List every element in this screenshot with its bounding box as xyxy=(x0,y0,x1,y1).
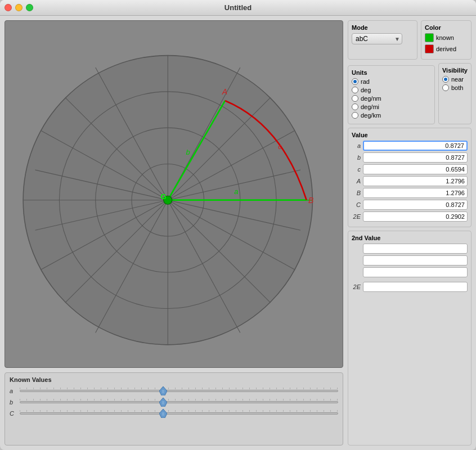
value-title: Value xyxy=(352,132,468,138)
unit-degmi-row: deg/mi xyxy=(352,104,431,110)
known-values-title: Known Values xyxy=(10,376,338,383)
titlebar: Untitled xyxy=(0,0,476,16)
unit-rad-label: rad xyxy=(361,78,370,85)
derived-color-swatch xyxy=(425,44,434,53)
maximize-button[interactable] xyxy=(26,4,33,11)
second-value-2E-row: 2E xyxy=(352,282,468,292)
slider-a-label: a xyxy=(10,388,16,394)
color-panel: Color known derived xyxy=(421,20,471,60)
second-value-input-3[interactable] xyxy=(363,267,468,277)
slider-row-a: a for(let i=0;i<40;i++){ // drawn below … xyxy=(10,386,338,395)
unit-degmi-label: deg/mi xyxy=(361,104,379,110)
unit-degnm-row: deg/nm xyxy=(352,95,431,102)
mode-section: Mode abC abA aBC ▼ xyxy=(348,20,417,60)
slider-C-label: C xyxy=(10,410,16,417)
unit-deg-label: deg xyxy=(361,87,371,93)
unit-rad-radio[interactable] xyxy=(352,78,358,85)
mode-select-wrapper[interactable]: abC abA aBC ▼ xyxy=(352,33,402,44)
second-value-input-2[interactable] xyxy=(363,255,468,266)
slider-C-track[interactable] xyxy=(20,409,338,418)
visibility-panel: Visibility near both xyxy=(438,63,471,124)
second-value-input-2E[interactable] xyxy=(363,282,468,292)
value-label-C: C xyxy=(352,201,361,208)
value-row-B: B xyxy=(352,188,468,198)
known-color-label: known xyxy=(436,34,454,41)
svg-text:B: B xyxy=(308,196,313,205)
value-label-c: c xyxy=(352,166,361,173)
slider-b-thumb[interactable] xyxy=(159,398,167,407)
unit-deg-radio[interactable] xyxy=(352,87,358,93)
value-label-b: b xyxy=(352,154,361,161)
svg-text:c: c xyxy=(278,142,282,151)
slider-row-C: C xyxy=(10,409,338,418)
second-value-title: 2nd Value xyxy=(352,235,468,241)
known-values-panel: Known Values a for(let i=0;i<40;i++){ //… xyxy=(5,372,343,446)
value-input-c[interactable] xyxy=(363,164,468,174)
value-input-C[interactable] xyxy=(363,200,468,210)
svg-text:A: A xyxy=(222,87,227,96)
visibility-both-row: both xyxy=(442,84,468,91)
derived-color-label: derived xyxy=(436,46,456,52)
visibility-both-radio[interactable] xyxy=(442,84,449,91)
mode-units-row: Mode abC abA aBC ▼ Color xyxy=(348,20,471,60)
mode-select[interactable]: abC abA aBC xyxy=(352,33,402,44)
svg-text:G: G xyxy=(160,192,166,201)
value-input-2E[interactable] xyxy=(363,212,468,222)
slider-b-track[interactable] xyxy=(20,398,338,407)
units-label: Units xyxy=(352,69,431,76)
slider-C-thumb[interactable] xyxy=(159,409,167,418)
minimize-button[interactable] xyxy=(15,4,23,11)
unit-degkm-row: deg/km xyxy=(352,112,431,119)
svg-text:b: b xyxy=(186,148,190,156)
value-input-A[interactable] xyxy=(363,176,468,186)
known-color-swatch xyxy=(425,33,434,42)
value-input-a[interactable] xyxy=(363,141,468,151)
close-button[interactable] xyxy=(5,4,12,11)
unit-degkm-radio[interactable] xyxy=(352,112,358,119)
color-derived-row: derived xyxy=(425,44,468,53)
slider-a-thumb[interactable] xyxy=(159,386,167,395)
second-value-row-1 xyxy=(352,244,468,254)
main-window: Untitled xyxy=(0,0,476,450)
color-label: Color xyxy=(425,24,468,31)
units-visibility-row: Units rad deg deg/nm de xyxy=(348,63,471,124)
unit-deg-row: deg xyxy=(352,87,431,93)
value-row-2E: 2E xyxy=(352,212,468,222)
visibility-near-radio[interactable] xyxy=(442,76,449,83)
visibility-label: Visibility xyxy=(442,67,468,74)
value-row-C: C xyxy=(352,200,468,210)
unit-rad-row: rad xyxy=(352,78,431,85)
unit-degkm-label: deg/km xyxy=(361,112,381,119)
second-value-label-2E: 2E xyxy=(352,284,361,290)
left-panel: G A B a b c Known Values xyxy=(5,20,343,446)
value-section: Value a b c A B xyxy=(348,128,471,227)
main-content: G A B a b c Known Values xyxy=(0,16,476,450)
units-section: Units rad deg deg/nm de xyxy=(348,65,435,124)
value-label-2E: 2E xyxy=(352,213,361,220)
second-value-row-3 xyxy=(352,267,468,277)
triangle-canvas: G A B a b c xyxy=(5,21,343,367)
value-row-b: b xyxy=(352,152,468,163)
value-input-B[interactable] xyxy=(363,188,468,198)
slider-a-track[interactable]: for(let i=0;i<40;i++){ // drawn below } xyxy=(20,386,338,395)
visibility-near-label: near xyxy=(451,76,464,83)
value-row-c: c xyxy=(352,164,468,174)
right-panel: Mode abC abA aBC ▼ Color xyxy=(348,20,471,446)
second-value-input-1[interactable] xyxy=(363,244,468,254)
value-row-A: A xyxy=(352,176,468,186)
slider-b-label: b xyxy=(10,399,16,406)
color-known-row: known xyxy=(425,33,468,42)
visibility-both-label: both xyxy=(451,84,463,91)
value-input-b[interactable] xyxy=(363,152,468,163)
unit-degnm-radio[interactable] xyxy=(352,95,358,102)
second-value-row-2 xyxy=(352,255,468,266)
svg-text:a: a xyxy=(234,187,238,196)
traffic-lights xyxy=(5,4,33,11)
value-label-a: a xyxy=(352,142,361,149)
slider-row-b: b xyxy=(10,398,338,407)
value-label-A: A xyxy=(352,178,361,184)
unit-degmi-radio[interactable] xyxy=(352,104,358,110)
value-row-a: a xyxy=(352,141,468,151)
value-label-B: B xyxy=(352,190,361,196)
second-value-section: 2nd Value 2E xyxy=(348,231,471,446)
